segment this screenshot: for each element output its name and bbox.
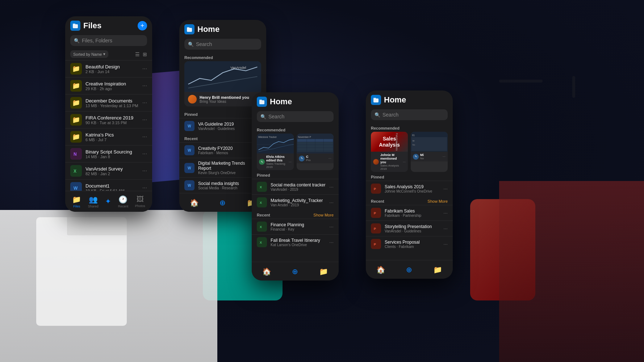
- file-item[interactable]: 📁 Creative Inspiration 29 KB · 2h ago ··…: [65, 77, 152, 94]
- home1-nav-add[interactable]: ⊕: [219, 198, 226, 207]
- files-add-button[interactable]: +: [138, 21, 147, 30]
- home3-rec-more-2[interactable]: ···: [443, 155, 446, 159]
- files-bottom-nav: 📁 Files 👥 Shared ✦ 🕐 Recent 🖼 Photos: [65, 191, 152, 212]
- home1-pinned-icon-1: W: [184, 121, 195, 131]
- file-item[interactable]: 📁 FIRA Conference 2019 90 KB · Tue at 3:…: [65, 111, 152, 128]
- home3-pinned-more-1[interactable]: ···: [443, 186, 448, 191]
- svg-text:01: 01: [412, 134, 415, 136]
- nav-photos[interactable]: 🖼 Photos: [135, 195, 145, 208]
- sort-badge[interactable]: Sorted by Name ▾: [70, 50, 108, 58]
- svg-text:X: X: [260, 225, 262, 229]
- search-icon: 🔍: [74, 38, 80, 43]
- home2-rec-more-2[interactable]: ···: [329, 156, 331, 160]
- home3-recent-icon-2: P: [371, 223, 381, 233]
- file-more[interactable]: ···: [142, 100, 147, 106]
- svg-rect-23: [259, 100, 262, 101]
- recent-nav-icon: 🕐: [118, 195, 127, 204]
- home2-pinned-2[interactable]: X Marketing_Activity_Tracker Van Arsdel …: [252, 194, 339, 210]
- home2-recent-1[interactable]: X Finance Planning Financial · Key ···: [252, 219, 339, 234]
- svg-text:X: X: [74, 169, 76, 174]
- file-more[interactable]: ···: [142, 168, 147, 174]
- file-more[interactable]: ···: [142, 66, 147, 72]
- files-app-title: Files: [70, 21, 101, 31]
- elvia-dot: ✎: [259, 159, 265, 165]
- home3-recent-info-1: Fabrikam Sales Fabrikam · Partnership: [385, 209, 440, 218]
- file-item[interactable]: 📁 December Documents 13 MB · Yesterday a…: [65, 94, 152, 111]
- home2-nav-add[interactable]: ⊕: [292, 267, 298, 276]
- svg-text:W: W: [188, 124, 191, 128]
- home3-rec-more-1[interactable]: ···: [403, 160, 406, 164]
- home3-rec-card-1[interactable]: SalesAnalysis Fabrikam Sales Johnie M me…: [371, 132, 408, 172]
- list-icon[interactable]: ☰: [135, 51, 140, 57]
- home3-recent-2[interactable]: P Storytelling Presentation VanArsdel · …: [366, 220, 453, 236]
- home1-recommended-label: Recommended: [179, 52, 266, 61]
- henry-avatar: [188, 95, 197, 104]
- home2-rec-card-1[interactable]: Milestone Tracker ✎ Elvia Atkins edited …: [257, 134, 294, 170]
- home2-recent-2[interactable]: X Fall Break Travel Itinerary Kat Larson…: [252, 234, 339, 250]
- home3-recent-more-1[interactable]: ···: [443, 210, 448, 216]
- file-item[interactable]: N Binary Script Sourcing 14 MB · Jan 8 ·…: [65, 145, 152, 162]
- file-info: VanArsdel Survey 82 MB · Jan 2: [85, 166, 139, 176]
- home2-rec-footer-1: ✎ Elvia Atkins edited this Sales Trackin…: [257, 153, 294, 170]
- home3-search[interactable]: 🔍 Search: [371, 109, 448, 120]
- svg-text:Milestone Tracker: Milestone Tracker: [258, 136, 277, 138]
- home2-rec-card-2[interactable]: November P ✎ C: [297, 134, 334, 170]
- mi-info: Mi No: [420, 153, 441, 160]
- elvia-info: Elvia Atkins edited this Sales Tracking …: [266, 155, 287, 169]
- home2-recent-more-1[interactable]: ···: [329, 224, 334, 230]
- grid-icon[interactable]: ⊞: [143, 51, 147, 57]
- nav-files[interactable]: 📁 Files: [72, 195, 81, 208]
- home2-show-more[interactable]: Show More: [313, 213, 334, 217]
- home3-recent-3[interactable]: P Services Proposal Clients · Fabrikam ·…: [366, 236, 453, 252]
- home1-rec-card[interactable]: VanArsdel Henry Brill mentioned you Brin…: [184, 61, 261, 106]
- files-toolbar: Sorted by Name ▾ ☰ ⊞: [65, 49, 152, 60]
- home3-rec-card-2[interactable]: 01 Mi No ✎ Mi No ···: [411, 132, 448, 172]
- home2-pinned-more-2[interactable]: ···: [329, 199, 334, 205]
- file-item[interactable]: 📁 Katrina's Pics 6 MB · Jul 7 ···: [65, 128, 152, 145]
- home2-rec-more-1[interactable]: ···: [289, 160, 292, 164]
- file-item[interactable]: X VanArsdel Survey 82 MB · Jan 2 ···: [65, 162, 152, 179]
- home3-recent-more-3[interactable]: ···: [443, 241, 448, 247]
- svg-text:N: N: [74, 152, 77, 157]
- home1-search-placeholder: Search: [196, 41, 212, 47]
- nav-copilot[interactable]: ✦: [105, 197, 111, 206]
- home3-bottom-nav: 🏠 ⊕ 📁: [366, 260, 453, 279]
- home2-pinned-info-1: Social media content tracker VanArsdel ·…: [271, 182, 326, 191]
- files-search-bar[interactable]: 🔍 Files, Folders: [70, 35, 147, 46]
- home2-pinned-more-1[interactable]: ···: [329, 184, 334, 190]
- home1-title: Home: [184, 24, 219, 34]
- home3-recommended-label: Recommended: [366, 123, 453, 132]
- home1-mention-text: Henry Brill mentioned you Bring Your Ide…: [200, 95, 258, 104]
- home2-pinned-1[interactable]: X Social media content tracker VanArsdel…: [252, 179, 339, 194]
- home3-nav-home[interactable]: 🏠: [376, 265, 385, 274]
- file-more[interactable]: ···: [142, 117, 147, 123]
- file-more[interactable]: ···: [142, 134, 147, 140]
- file-more[interactable]: ···: [142, 185, 147, 191]
- home2-rec-footer-2: ✎ C Pro ···: [297, 153, 334, 163]
- home2-search[interactable]: 🔍 Search: [257, 111, 334, 122]
- home3-recent-1[interactable]: P Fabrikam Sales Fabrikam · Partnership …: [366, 205, 453, 220]
- home2-pinned-label: Pinned: [252, 170, 339, 179]
- home1-nav-home[interactable]: 🏠: [190, 198, 199, 207]
- home3-pinned-1[interactable]: P Sales Analysis 2019 Johnie McConnell's…: [366, 181, 453, 196]
- nav-recent[interactable]: 🕐 Recent: [118, 195, 129, 208]
- home3-show-more[interactable]: Show More: [427, 199, 448, 203]
- file-more[interactable]: ···: [142, 83, 147, 89]
- home3-nav-add[interactable]: ⊕: [406, 265, 412, 274]
- home2-nav-files[interactable]: 📁: [319, 267, 328, 276]
- nav-shared[interactable]: 👥 Shared: [88, 195, 99, 208]
- files-app-icon: [70, 21, 80, 31]
- home2-nav-home[interactable]: 🏠: [262, 267, 271, 276]
- johnie-info: Johnie M mentioned you Sales Analysis 20…: [380, 153, 401, 171]
- home3-recent-more-2[interactable]: ···: [443, 226, 448, 231]
- svg-text:W: W: [74, 186, 78, 191]
- home2-recent-more-2[interactable]: ···: [329, 239, 334, 245]
- file-more[interactable]: ···: [142, 151, 147, 157]
- home3-nav-files[interactable]: 📁: [433, 265, 442, 274]
- home1-search[interactable]: 🔍 Search: [184, 39, 261, 50]
- file-info: December Documents 13 MB · Yesterday at …: [85, 98, 139, 108]
- file-item[interactable]: 📁 Beautiful Design 2 KB · Jun 14 ···: [65, 60, 152, 77]
- svg-text:Mi: Mi: [413, 140, 415, 142]
- file-info: Beautiful Design 2 KB · Jun 14: [85, 64, 139, 74]
- home1-mention: Henry Brill mentioned you Bring Your Ide…: [184, 92, 261, 106]
